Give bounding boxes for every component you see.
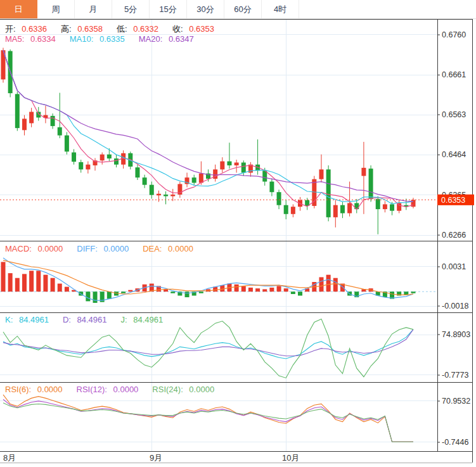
candle-body [277, 192, 281, 205]
macd-hist-bar [65, 287, 69, 292]
candle-body [326, 169, 331, 217]
macd-hist-bar [284, 288, 288, 291]
macd-hist-bar [15, 278, 20, 292]
candle-body [220, 162, 224, 170]
rsi-rsi24-line [3, 403, 413, 442]
macd-hist-bar [43, 275, 48, 292]
macd-hist-bar [86, 291, 90, 301]
kdj-j-line [3, 319, 413, 378]
candle-body [79, 162, 83, 170]
macd-hist-bar [262, 289, 267, 291]
macd-hist-bar [93, 291, 98, 303]
candle-body [369, 169, 373, 199]
month-label-1: 9月 [150, 452, 162, 464]
candle-body [51, 116, 55, 126]
candle-body [107, 155, 112, 158]
y-axis-tick-label: 0.6266 [442, 231, 466, 240]
macd-hist-bar [58, 284, 62, 292]
y-axis-tick-label: 0.6464 [442, 150, 466, 159]
y-axis-tick-label: 0.0031 [442, 262, 466, 271]
candle-body [29, 112, 34, 124]
candle-body [390, 204, 394, 210]
y-axis-tick-label: 0.6563 [442, 110, 466, 119]
y-axis-tick-label: 0.6661 [442, 70, 466, 79]
current-price-badge-text: 0.6353 [441, 196, 465, 205]
macd-hist-bar [121, 291, 125, 293]
y-axis-tick-label: -0.7773 [442, 371, 468, 380]
candle-body [227, 162, 231, 165]
y-axis-tick-label: -0.0018 [442, 302, 468, 310]
macd-hist-bar [277, 286, 281, 291]
candle-body [383, 204, 387, 209]
macd-hist-bar [185, 291, 190, 297]
macd-hist-bar [51, 278, 55, 292]
macd-hist-bar [319, 277, 323, 291]
candle-body [241, 163, 246, 173]
macd-hist-bar [235, 285, 239, 291]
macd-hist-bar [326, 275, 331, 292]
candle-body [135, 167, 139, 177]
y-axis-tick-label: 70.9532 [442, 397, 470, 406]
macd-hist-bar [128, 290, 132, 292]
rsi-rsi6-line [3, 395, 413, 442]
rsi-rsi12-line [3, 399, 413, 442]
candle-body [150, 185, 154, 195]
candle-body [340, 205, 345, 214]
candle-body [164, 195, 168, 196]
macd-hist-bar [199, 291, 203, 293]
macd-hist-bar [411, 291, 416, 293]
candle-body [361, 168, 366, 176]
candle-body [284, 205, 288, 214]
macd-hist-bar [333, 278, 338, 292]
candle-body [376, 199, 380, 209]
candle-body [235, 163, 239, 165]
candle-body [72, 153, 76, 162]
candle-body [291, 207, 295, 214]
y-axis-tick-label: 74.8903 [442, 330, 470, 339]
macd-hist-bar [269, 288, 274, 291]
ma5-line [3, 50, 413, 209]
candle-body [22, 118, 27, 130]
candle-body [86, 165, 90, 170]
candle-body [262, 170, 267, 181]
candle-body [347, 203, 352, 213]
candle-body [65, 136, 69, 152]
y-axis-tick-label: 0.6760 [442, 30, 466, 39]
candle-body [58, 127, 62, 136]
macd-hist-bar [1, 262, 6, 291]
candle-body [170, 195, 175, 196]
candle-body [100, 155, 105, 161]
macd-hist-bar [255, 288, 260, 291]
candle-body [333, 205, 338, 217]
month-label-0: 8月 [3, 452, 16, 464]
y-axis-tick-label: -0.7446 [442, 438, 468, 447]
macd-hist-bar [298, 291, 302, 295]
macd-hist-bar [107, 291, 112, 298]
candle-body [319, 169, 323, 179]
macd-hist-bar [22, 274, 27, 291]
candle-body [157, 194, 161, 196]
candle-body [15, 94, 20, 128]
macd-hist-bar [8, 273, 13, 291]
candle-body [114, 158, 119, 165]
macd-hist-bar [241, 286, 246, 291]
chart-canvas[interactable]: 0.67600.66610.65630.64640.63650.62660.00… [0, 0, 476, 467]
candle-body [269, 182, 274, 193]
candle-body [143, 177, 147, 185]
macd-hist-bar [220, 285, 224, 291]
macd-hist-bar [36, 271, 41, 291]
month-label-2: 10月 [282, 452, 299, 464]
macd-hist-bar [291, 291, 295, 294]
macd-hist-bar [248, 288, 253, 291]
macd-hist-bar [29, 271, 34, 291]
candle-body [192, 177, 196, 182]
macd-hist-bar [170, 291, 175, 293]
